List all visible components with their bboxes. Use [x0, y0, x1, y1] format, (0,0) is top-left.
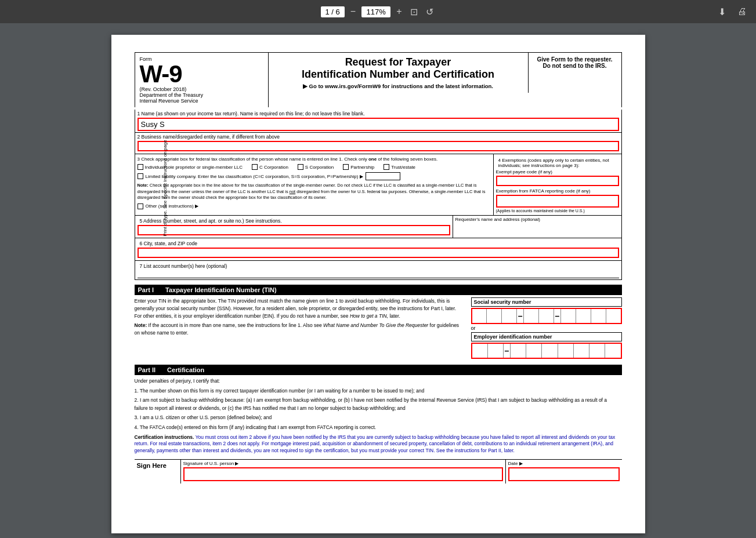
ssn-cell-4[interactable]	[524, 309, 539, 323]
part1-label: Part I	[138, 286, 154, 293]
zoom-out-button[interactable]: −	[348, 5, 358, 18]
line5-label: 5 Address (number, street, and apt. or s…	[138, 217, 450, 224]
part1-text-2: later.	[389, 313, 400, 319]
zoom-level: 117%	[361, 6, 390, 17]
ein-cell-3[interactable]	[511, 344, 526, 358]
line5-input-wrapper	[138, 225, 450, 235]
ein-cell-2[interactable]	[488, 344, 504, 358]
requester-box: Requester's name and address (optional)	[453, 216, 621, 238]
part1-left: Enter your TIN in the appropriate box. T…	[135, 297, 471, 360]
line6-input[interactable]	[139, 249, 618, 257]
cert-instr-label: Certification instructions.	[135, 434, 194, 440]
line1-label: 1 Name (as shown on your income tax retu…	[135, 110, 621, 117]
fatca-note: (Applies to accounts maintained outside …	[496, 209, 619, 213]
tax-class-right: 4 Exemptions (codes apply only to certai…	[494, 154, 621, 215]
line7-row: 7 List account number(s) here (optional)	[135, 261, 621, 279]
cert-instr-text: You must cross out item 2 above if you h…	[135, 434, 616, 454]
ssn-cell-2[interactable]	[487, 309, 502, 323]
line1-input[interactable]	[138, 118, 619, 131]
other-row: Other (see instructions) ▶	[138, 203, 491, 209]
partnership-checkbox-item: Partnership	[343, 164, 374, 170]
signature-input-wrapper	[183, 467, 503, 481]
date-label: Date ▶	[508, 461, 620, 466]
rotate-button[interactable]: ↺	[424, 5, 436, 19]
line5-input[interactable]	[139, 227, 449, 234]
part1-text-1: Enter your TIN in the appropriate box. T…	[135, 298, 457, 319]
ccorp-checkbox[interactable]	[252, 164, 258, 170]
ein-cell-7[interactable]	[574, 344, 589, 358]
line3-label-text: 3 Check appropriate box for federal tax …	[138, 157, 367, 162]
under-penalties: Under penalties of perjury, I certify th…	[135, 377, 622, 386]
part1-right: Social security number – – or Employer	[471, 297, 622, 360]
fit-page-button[interactable]: ⊡	[408, 5, 420, 19]
line6-row: 6 City, state, and ZIP code	[135, 238, 621, 261]
scorp-checkbox[interactable]	[298, 164, 303, 170]
ein-dash: –	[504, 344, 511, 358]
sign-date-area: Date ▶	[506, 460, 622, 484]
part1-note-text: If the account is in more than one name,…	[149, 322, 322, 328]
ssn-cell-6[interactable]	[561, 309, 576, 323]
other-checkbox[interactable]	[138, 203, 143, 209]
individual-checkbox[interactable]	[138, 164, 143, 170]
date-input[interactable]	[509, 468, 618, 480]
sign-row: Sign Here Signature of U.S. person ▶ Dat…	[135, 459, 622, 484]
signature-input[interactable]	[185, 469, 502, 479]
individual-checkbox-item: Individual/sole proprietor or single-mem…	[138, 164, 243, 170]
ssn-cell-7[interactable]	[576, 309, 591, 323]
ein-input-row: –	[471, 343, 622, 359]
rev-date: (Rev. October 2018)	[140, 86, 263, 92]
part1-text: Enter your TIN in the appropriate box. T…	[135, 297, 460, 319]
ssn-cell-9[interactable]	[606, 309, 621, 323]
trust-checkbox[interactable]	[384, 164, 389, 170]
part2-label: Part II	[138, 366, 156, 373]
ssn-cell-5[interactable]	[539, 309, 554, 323]
partnership-checkbox[interactable]	[343, 164, 349, 170]
llc-checkbox[interactable]	[138, 173, 143, 179]
line2-input[interactable]	[139, 142, 618, 150]
ssn-cell-1[interactable]	[472, 309, 487, 323]
fatca-label: Exemption from FATCA reporting code (if …	[496, 188, 619, 194]
toolbar: 1 / 6 − 117% + ⊡ ↺ ⬇ 🖨	[0, 0, 756, 23]
requester-label: Requester's name and address (optional)	[455, 217, 619, 222]
dept: Department of the Treasury	[140, 92, 263, 98]
llc-input[interactable]	[366, 172, 400, 180]
ssn-dash-2: –	[554, 309, 561, 323]
cert1: 1. The number shown on this form is my c…	[135, 387, 622, 395]
instructions-text: ▶ Go to www.irs.gov/FormW9 for instructi…	[303, 83, 493, 89]
ein-label-box: Employer identification number	[471, 332, 622, 341]
total-pages: 6	[336, 8, 340, 16]
line7-input[interactable]	[138, 269, 619, 278]
download-button[interactable]: ⬇	[716, 5, 728, 19]
ssn-cell-8[interactable]	[591, 309, 606, 323]
ssn-input-row: – –	[471, 308, 622, 324]
signature-label: Signature of U.S. person ▶	[183, 461, 503, 466]
toolbar-right: ⬇ 🖨	[716, 5, 749, 19]
ssn-cell-3[interactable]	[502, 309, 517, 323]
sign-sig-area: Signature of U.S. person ▶	[181, 460, 506, 484]
line3-label3: of the following seven boxes.	[378, 157, 437, 162]
part1-content: Enter your TIN in the appropriate box. T…	[135, 297, 622, 360]
exempt-payee-input[interactable]	[497, 177, 618, 184]
zoom-in-button[interactable]: +	[394, 5, 404, 18]
ein-cell-1[interactable]	[472, 344, 488, 358]
line5-main: 5 Address (number, street, and apt. or s…	[135, 216, 453, 238]
ein-cell-6[interactable]	[558, 344, 574, 358]
print-button[interactable]: 🖨	[735, 5, 749, 19]
or-text: or	[471, 325, 622, 331]
sign-here-label: Sign Here	[135, 460, 181, 484]
not-text: not	[290, 189, 295, 194]
fatca-wrapper	[496, 195, 619, 208]
ein-cell-9[interactable]	[605, 344, 620, 358]
main-area: Print or type. See Specific Instructions…	[0, 23, 756, 538]
trust-label: Trust/estate	[391, 165, 415, 170]
ein-cell-5[interactable]	[542, 344, 558, 358]
ein-cell-8[interactable]	[589, 344, 605, 358]
line7-label: 7 List account number(s) here (optional)	[138, 262, 619, 269]
toolbar-center: 1 / 6 − 117% + ⊡ ↺	[321, 5, 436, 19]
ssn-label-box: Social security number	[471, 297, 622, 307]
ein-cell-4[interactable]	[526, 344, 542, 358]
note-label: Note:	[138, 183, 149, 188]
fatca-input[interactable]	[497, 196, 618, 206]
cert-instructions: Certification instructions. You must cro…	[135, 434, 622, 455]
part2-header: Part II Certification	[135, 365, 622, 375]
